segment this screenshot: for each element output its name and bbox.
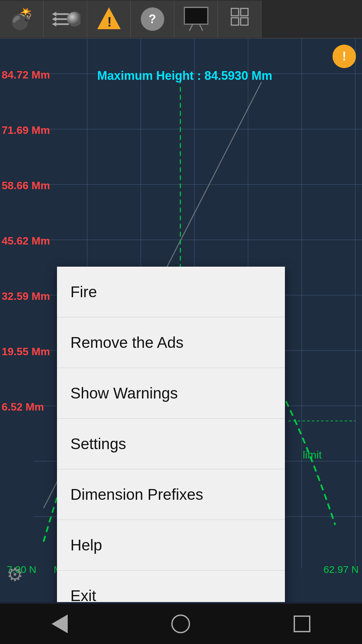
recents-square-icon [294, 615, 310, 632]
nav-recents-button[interactable] [294, 615, 310, 632]
limit-label: limit [303, 449, 322, 461]
menu-item-show-warnings[interactable]: Show Warnings [57, 368, 285, 419]
svg-rect-9 [184, 7, 208, 24]
menu-dots-icon [230, 7, 250, 32]
question-mark-icon: ? [141, 7, 164, 31]
sphere-arrows-icon [50, 9, 80, 29]
y-label-3: 45.62 Mm [2, 235, 50, 247]
back-arrow-icon [52, 614, 68, 633]
y-label-1: 71.69 Mm [2, 124, 50, 137]
y-label-5: 19.55 Mm [2, 345, 50, 358]
y-label-2: 58.66 Mm [2, 179, 50, 192]
svg-marker-3 [52, 17, 56, 21]
svg-line-10 [189, 24, 193, 31]
svg-rect-16 [241, 18, 248, 25]
svg-marker-1 [52, 12, 56, 16]
nav-back-button[interactable] [52, 614, 68, 633]
context-menu: Fire Remove the Ads Show Warnings Settin… [57, 267, 285, 602]
menu-item-dimension-prefixes[interactable]: Dimension Prefixes [57, 469, 285, 520]
menu-item-settings[interactable]: Settings [57, 419, 285, 469]
warning-triangle-icon: ! [96, 6, 122, 32]
svg-point-6 [67, 12, 80, 26]
max-height-label: Maximum Height : 84.5930 Mm [97, 69, 272, 83]
cannon-wheel-icon: ⚙ [7, 564, 23, 585]
board-icon [183, 6, 209, 33]
android-nav-bar [0, 604, 362, 644]
cannon-icon: 💣 [9, 7, 34, 31]
cannon-button[interactable]: 💣 [0, 1, 44, 38]
x-label-right: 62.97 N [323, 564, 359, 575]
svg-text:!: ! [107, 14, 112, 29]
more-menu-button[interactable] [218, 1, 261, 38]
help-button[interactable]: ? [131, 1, 174, 38]
simulation-area: ! Maximum Height : 84.5930 Mm 84.72 Mm 7… [0, 39, 362, 602]
svg-rect-14 [241, 8, 248, 16]
menu-item-fire[interactable]: Fire [57, 267, 285, 317]
svg-rect-15 [231, 18, 239, 25]
svg-rect-13 [231, 8, 239, 16]
menu-item-exit[interactable]: Exit [57, 571, 285, 602]
y-label-0: 84.72 Mm [2, 69, 50, 81]
warning-indicator[interactable]: ! [333, 45, 356, 68]
sphere-settings-button[interactable] [44, 1, 87, 38]
home-circle-icon [171, 614, 190, 633]
y-label-6: 6.52 Mm [2, 401, 44, 413]
menu-item-help[interactable]: Help [57, 520, 285, 571]
svg-marker-5 [52, 22, 56, 26]
menu-item-remove-ads[interactable]: Remove the Ads [57, 317, 285, 368]
nav-home-button[interactable] [171, 614, 190, 633]
toolbar: 💣 [0, 0, 362, 39]
presentation-button[interactable] [174, 1, 218, 38]
svg-line-11 [199, 24, 203, 31]
y-label-4: 32.59 Mm [2, 290, 50, 303]
warning-button[interactable]: ! [87, 1, 131, 38]
